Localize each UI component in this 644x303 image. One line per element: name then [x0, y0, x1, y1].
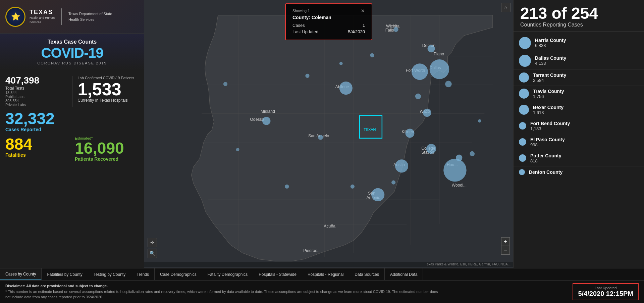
last-updated-box: Last Updated 5/4/2020 12:15PM — [573, 283, 639, 300]
county-bubble-icon — [519, 138, 526, 146]
bubble-small3 — [470, 151, 475, 156]
county-info: El Paso County998 — [530, 137, 639, 147]
covid-title: COVID-19 — [5, 45, 139, 61]
bubble-small6 — [445, 81, 452, 88]
popup-showing-label: Showing 1 — [292, 9, 310, 13]
map-home-button[interactable]: ⌂ — [501, 3, 511, 12]
case-counts-label: Texas Case Counts — [5, 39, 139, 45]
tests-row: 407,398 Total Tests 13,844 Public Labs 3… — [5, 76, 139, 107]
map-zoom-tool[interactable]: 🔍 — [148, 249, 157, 258]
city-woodlands: Woodl... — [452, 183, 467, 188]
bubble-collegestation — [426, 144, 436, 154]
bubble-small5 — [415, 94, 421, 99]
county-list-item[interactable]: Bexar County1,613 — [514, 102, 644, 118]
bubble-denton — [428, 45, 435, 52]
bubble-fortworth — [412, 63, 428, 80]
nav-tab-fatality-demographics[interactable]: Fatality Demographics — [202, 268, 253, 280]
last-updated-label: Last Updated — [578, 286, 633, 290]
county-cases: 1,613 — [533, 110, 639, 115]
popup-title-bar: Showing 1 ✕ — [292, 8, 365, 13]
nav-tab-data-sources[interactable]: Data Sources — [349, 268, 385, 280]
county-name: Denton County — [529, 169, 639, 175]
county-bubble-icon — [519, 154, 526, 162]
bubble-small4 — [285, 185, 289, 189]
county-name: Fort Bend County — [530, 121, 639, 126]
bubble-killeen — [406, 129, 415, 138]
nav-tab-case-demographics[interactable]: Case Demographics — [155, 268, 202, 280]
right-panel: 213 of 254 Counties Reporting Cases Harr… — [513, 0, 644, 268]
bubble-sanantonio — [371, 188, 384, 201]
popup-cases-row: Cases 1 — [292, 23, 365, 28]
county-list-item[interactable]: Denton County — [514, 166, 644, 178]
bubble-wichita — [393, 27, 398, 32]
nav-tab-additional-data[interactable]: Additional Data — [385, 268, 423, 280]
total-tests-label: Total Tests — [5, 86, 67, 91]
zoom-out-button[interactable]: − — [501, 246, 510, 255]
recovered-number: 16,090 — [75, 140, 139, 156]
county-bubble-icon — [519, 37, 531, 49]
agency-text: TEXAS Health and Human Services — [30, 9, 55, 24]
popup-close-btn[interactable]: ✕ — [361, 8, 365, 13]
bubble-small10 — [223, 82, 227, 86]
nav-tab-hospitals---statewide[interactable]: Hospitals - Statewide — [253, 268, 302, 280]
county-popup: Showing 1 ✕ County: Coleman Cases 1 Last… — [285, 3, 372, 40]
popup-cases-label: Cases — [292, 23, 305, 28]
title-section: Texas Case Counts COVID-19 CORONAVIRUS D… — [0, 34, 144, 70]
popup-updated-label: Last Updated — [292, 29, 318, 34]
bubble-dallas — [430, 59, 449, 79]
public-labs-label: Public Labs — [5, 95, 67, 99]
nav-tab-fatalities-by-county[interactable]: Fatalities by County — [42, 268, 88, 280]
county-cases: 818 — [530, 158, 639, 163]
county-list-item[interactable]: Travis County1,756 — [514, 86, 644, 102]
recovered-block: Estimated* 16,090 Patients Recovered — [75, 136, 139, 162]
county-name: Tarrant County — [533, 72, 639, 78]
county-cases: 6,838 — [535, 43, 639, 48]
reporting-count: 213 of 254 — [520, 5, 637, 21]
county-name: Harris County — [535, 38, 639, 43]
county-list-item[interactable]: Tarrant County2,584 — [514, 70, 644, 86]
county-cases: 1,756 — [533, 94, 639, 99]
county-cases: 1,183 — [530, 126, 639, 131]
map-zoom-controls: + − — [501, 237, 510, 255]
county-name: Bexar County — [533, 105, 639, 110]
popup-updated-value: 5/4/2020 — [348, 29, 365, 34]
county-list-item[interactable]: Potter County818 — [514, 150, 644, 166]
nav-tab-cases-by-county[interactable]: Cases by County — [0, 268, 42, 280]
county-list-item[interactable]: El Paso County998 — [514, 134, 644, 150]
county-info: Tarrant County2,584 — [533, 72, 639, 83]
dept-name: Texas Department of StateHealth Services — [68, 11, 112, 22]
reporting-header: 213 of 254 Counties Reporting Cases — [514, 0, 644, 32]
county-info: Denton County — [529, 169, 639, 175]
total-tests-block: 407,398 Total Tests 13,844 Public Labs 3… — [5, 76, 67, 107]
logo-section: ⭐ TEXAS Health and Human Services Texas … — [0, 0, 144, 34]
lab-confirmed-block: Lab Confirmed COVID-19 Patients 1,533 Cu… — [78, 76, 139, 107]
county-info: Bexar County1,613 — [533, 105, 639, 115]
bubble-sanangelo — [318, 135, 323, 140]
city-midland: Midland — [261, 109, 275, 114]
fatalities-block: 884 Fatalities — [5, 136, 69, 162]
bottom-nav: Cases by CountyFatalities by CountyTesti… — [0, 268, 644, 280]
private-labs-number: 393,554 — [5, 99, 67, 103]
agency-name: TEXAS — [30, 9, 55, 16]
map-pan-tool[interactable]: ✛ — [148, 238, 157, 247]
nav-tab-testing-by-county[interactable]: Testing by County — [88, 268, 131, 280]
bubble-small12 — [351, 185, 355, 189]
map-attribution: Texas Parks & Wildlife, Esri, HERE, Garm… — [144, 262, 513, 267]
bubble-small11 — [236, 148, 239, 151]
bubble-woodlands — [456, 155, 463, 161]
county-list-item[interactable]: Fort Bend County1,183 — [514, 118, 644, 134]
zoom-in-button[interactable]: + — [501, 237, 510, 246]
county-list-item[interactable]: Dallas County4,133 — [514, 52, 644, 70]
lab-confirmed-number: 1,533 — [78, 81, 139, 98]
county-cases: 2,584 — [533, 78, 639, 83]
county-name: Potter County — [530, 153, 639, 158]
nav-tab-hospitals---regional[interactable]: Hospitals - Regional — [302, 268, 349, 280]
county-list-item[interactable]: Harris County6,838 — [514, 34, 644, 52]
logo-divider — [61, 8, 62, 25]
nav-tab-trends[interactable]: Trends — [131, 268, 155, 280]
map-tools: ✛ 🔍 — [148, 238, 157, 258]
county-bubble-icon — [519, 89, 529, 99]
bubble-odessa — [262, 117, 270, 125]
agency-badge: ⭐ — [5, 7, 25, 27]
reporting-label: Counties Reporting Cases — [520, 21, 637, 29]
